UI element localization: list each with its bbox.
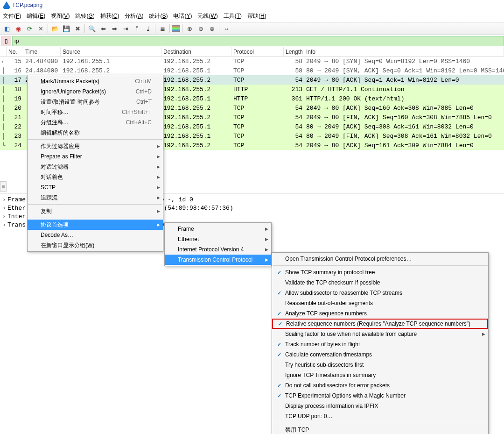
filter-bar: ▯ bbox=[0, 35, 504, 47]
last-icon[interactable]: ⤓ bbox=[143, 23, 153, 34]
autoscroll-icon[interactable]: ≣ bbox=[157, 23, 168, 34]
menu-item[interactable]: ✓Do not call subdissectors for error pac… bbox=[272, 380, 488, 391]
col-info[interactable]: Info bbox=[304, 47, 504, 56]
packet-list-header: No. Time Source Destination Protocol Len… bbox=[0, 47, 504, 57]
menu-item[interactable]: 分组注释…Ctrl+Alt+C bbox=[28, 117, 163, 128]
menu-item[interactable]: 追踪流 bbox=[28, 192, 163, 203]
zoom-reset-icon[interactable]: ⊜ bbox=[207, 23, 217, 34]
context-menu-protocol-prefs[interactable]: FrameEthernetInternet Protocol Version 4… bbox=[164, 222, 272, 266]
packet-row[interactable]: │1624.484000192.168.255.2192.168.255.1TC… bbox=[0, 66, 504, 75]
menu-item[interactable]: Prepare as Filter bbox=[28, 151, 163, 162]
packet-row[interactable]: ⌐1524.484000192.168.255.1192.168.255.2TC… bbox=[0, 57, 504, 66]
menu-item[interactable]: TCP UDP port: 0… bbox=[272, 411, 488, 421]
col-dest[interactable]: Destination bbox=[161, 47, 231, 56]
menu-item[interactable]: 对话着色 bbox=[28, 172, 163, 182]
menubar[interactable]: 文件(F)编辑(E)视图(V)跳转(G)捕获(C)分析(A)统计(S)电话(Y)… bbox=[0, 10, 504, 22]
menu-item[interactable]: 时间平移…Ctrl+Shift+T bbox=[28, 107, 163, 117]
col-no[interactable]: No. bbox=[7, 47, 23, 56]
menu-item[interactable]: Decode As… bbox=[28, 230, 163, 240]
menu-item[interactable]: Open Transmission Control Protocol prefe… bbox=[272, 254, 488, 264]
zoom-in-icon[interactable]: ⊕ bbox=[184, 23, 195, 34]
menu-item[interactable]: ✓Calculate conversation timestamps bbox=[272, 349, 488, 360]
toolbar-button[interactable]: ⟳ bbox=[24, 23, 35, 34]
pane-drag-handle[interactable]: ≡ bbox=[0, 181, 7, 192]
menu-item[interactable]: 作为过滤器应用 bbox=[28, 141, 163, 151]
menu-item[interactable]: ✓Analyze TCP sequence numbers bbox=[272, 308, 488, 319]
colorize-icon[interactable] bbox=[172, 25, 180, 32]
menu-item[interactable]: 编辑解析的名称 bbox=[28, 128, 163, 138]
menu-item[interactable]: 跳转(G) bbox=[75, 12, 94, 20]
menu-item[interactable]: 电话(Y) bbox=[173, 12, 192, 20]
menu-item[interactable]: 复制 bbox=[28, 206, 163, 216]
col-source[interactable]: Source bbox=[61, 47, 161, 56]
col-time[interactable]: Time bbox=[23, 47, 61, 56]
menu-item[interactable]: ✓Allow subdissector to reassemble TCP st… bbox=[272, 288, 488, 298]
title-bar: TCP.pcapng bbox=[0, 0, 504, 10]
menu-item[interactable]: Reassemble out-of-order segments bbox=[272, 298, 488, 308]
search-icon[interactable]: 🔍 bbox=[87, 23, 97, 34]
menu-item[interactable]: Mark/Unmark Packet(s)Ctrl+M bbox=[28, 76, 163, 86]
menu-item[interactable]: 无线(W) bbox=[197, 12, 217, 20]
col-length[interactable]: Length bbox=[284, 47, 304, 56]
save-icon[interactable]: 💾 bbox=[61, 23, 71, 34]
menu-item[interactable]: 工具(T) bbox=[224, 12, 242, 20]
menu-item[interactable]: ✓Show TCP summary in protocol tree bbox=[272, 267, 488, 277]
menu-item[interactable]: 捕获(C) bbox=[100, 12, 119, 20]
menu-item[interactable]: Frame bbox=[165, 224, 271, 234]
menu-item[interactable]: Validate the TCP checksum if possible bbox=[272, 277, 488, 288]
open-icon[interactable]: 📂 bbox=[50, 23, 60, 34]
context-menu-packet[interactable]: Mark/Unmark Packet(s)Ctrl+MIgnore/Unigno… bbox=[27, 75, 163, 252]
nav-back-icon[interactable]: ⬅ bbox=[98, 23, 108, 34]
menu-item[interactable]: ✓Relative sequence numbers (Requires "An… bbox=[272, 319, 488, 329]
menu-item[interactable]: 协议首选项 bbox=[28, 220, 163, 230]
toolbar-button[interactable]: ◧ bbox=[2, 23, 12, 34]
menu-item[interactable]: Display process information via IPFIX bbox=[272, 401, 488, 411]
menu-item[interactable]: 设置/取消设置 时间参考Ctrl+T bbox=[28, 97, 163, 107]
col-proto[interactable]: Protocol bbox=[231, 47, 284, 56]
menu-item[interactable]: Internet Protocol Version 4 bbox=[165, 244, 271, 255]
menu-item[interactable]: Ethernet bbox=[165, 234, 271, 244]
menu-item[interactable]: 文件(F) bbox=[3, 12, 21, 20]
window-title: TCP.pcapng bbox=[12, 2, 42, 8]
menu-item[interactable]: Ignore TCP Timestamps in summary bbox=[272, 370, 488, 380]
display-filter-input[interactable] bbox=[12, 36, 504, 46]
resize-cols-icon[interactable]: ↔ bbox=[221, 23, 231, 34]
first-icon[interactable]: ⤒ bbox=[132, 23, 142, 34]
menu-item[interactable]: ✓TCP Experimental Options with a Magic N… bbox=[272, 391, 488, 401]
menu-item[interactable]: 对话过滤器 bbox=[28, 162, 163, 172]
goto-icon[interactable]: ⇥ bbox=[120, 23, 131, 34]
nav-fwd-icon[interactable]: ➡ bbox=[109, 23, 119, 34]
zoom-out-icon[interactable]: ⊖ bbox=[196, 23, 206, 34]
menu-item[interactable]: 视图(V) bbox=[51, 12, 70, 20]
toolbar-button[interactable]: ◉ bbox=[13, 23, 23, 34]
main-toolbar: ◧ ◉ ⟳ ✕ 📂 💾 ✖ 🔍 ⬅ ➡ ⇥ ⤒ ⤓ ≣ ⊕ ⊖ ⊜ ↔ bbox=[0, 22, 504, 35]
menu-item[interactable]: Transmission Control Protocol bbox=[165, 255, 271, 265]
menu-item[interactable]: 在新窗口显示分组(W) bbox=[28, 240, 163, 250]
menu-item[interactable]: 帮助(H) bbox=[247, 12, 266, 20]
menu-item[interactable]: Scaling factor to use when not available… bbox=[272, 329, 488, 339]
menu-item[interactable]: 分析(A) bbox=[125, 12, 143, 20]
menu-item[interactable]: 禁用 TCP bbox=[272, 425, 488, 434]
close-icon[interactable]: ✖ bbox=[72, 23, 83, 34]
menu-item[interactable]: 编辑(E) bbox=[27, 12, 45, 20]
app-icon bbox=[3, 1, 10, 9]
toolbar-button[interactable]: ✕ bbox=[35, 23, 46, 34]
menu-item[interactable]: Ignore/Unignore Packet(s)Ctrl+D bbox=[28, 86, 163, 97]
context-menu-tcp-prefs[interactable]: Open Transmission Control Protocol prefe… bbox=[272, 252, 489, 434]
menu-item[interactable]: SCTP bbox=[28, 182, 163, 192]
menu-item[interactable]: Try heuristic sub-dissectors first bbox=[272, 360, 488, 370]
menu-item[interactable]: 统计(S) bbox=[149, 12, 168, 20]
menu-item[interactable]: ✓Track number of bytes in flight bbox=[272, 339, 488, 349]
bookmark-filter-icon[interactable]: ▯ bbox=[1, 36, 11, 46]
